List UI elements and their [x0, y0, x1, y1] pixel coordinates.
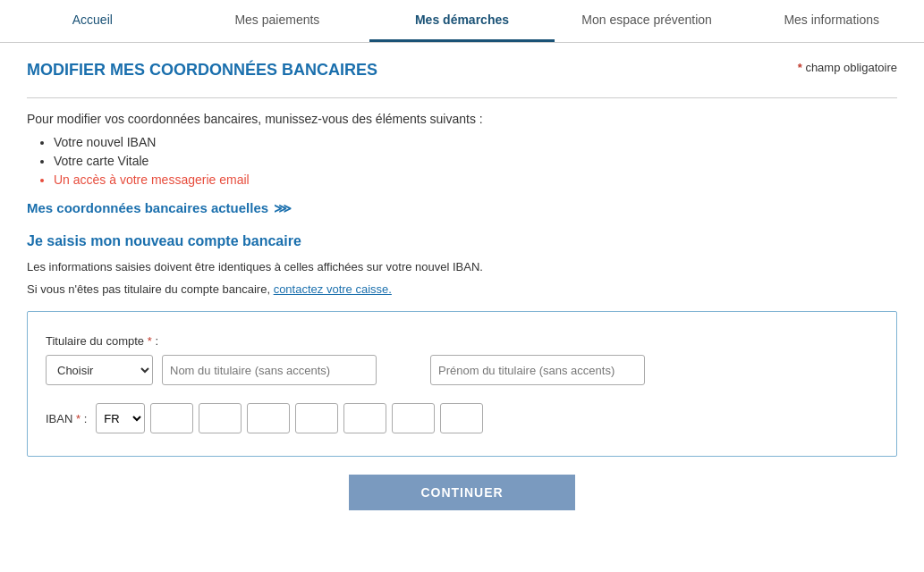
main-content: * champ obligatoire MODIFIER MES COORDON…	[0, 43, 924, 555]
chevron-icon: ⋙	[274, 201, 292, 215]
nav-prevention[interactable]: Mon espace prévention	[555, 0, 740, 42]
nav-accueil[interactable]: Accueil	[0, 0, 185, 42]
iban-seg-2[interactable]	[199, 403, 242, 433]
iban-seg-3[interactable]	[247, 403, 290, 433]
bank-form-box: Titulaire du compte * : Choisir M. Mme I…	[27, 311, 897, 457]
current-bank-label: Mes coordonnées bancaires actuelles	[27, 200, 268, 215]
iban-label: IBAN * :	[46, 412, 87, 425]
iban-seg-6[interactable]	[392, 403, 435, 433]
contact-caisse-link[interactable]: contactez votre caisse.	[274, 282, 392, 296]
main-nav: Accueil Mes paiements Mes démarches Mon …	[0, 0, 924, 43]
info-line1: Les informations saisies doivent être id…	[27, 258, 897, 276]
bullet-email: Un accès à votre messagerie email	[54, 172, 897, 187]
nom-input[interactable]	[162, 355, 377, 385]
bullet-vitale: Votre carte Vitale	[54, 154, 897, 168]
nav-demarches[interactable]: Mes démarches	[369, 0, 555, 42]
iban-seg-7[interactable]	[440, 403, 483, 433]
requirements-list: Votre nouvel IBAN Votre carte Vitale Un …	[27, 135, 897, 187]
bullet-iban: Votre nouvel IBAN	[54, 135, 897, 149]
info-line2: Si vous n'êtes pas titulaire du compte b…	[27, 281, 897, 299]
holder-fields: Choisir M. Mme	[46, 355, 878, 385]
current-bank-section[interactable]: Mes coordonnées bancaires actuelles ⋙	[27, 200, 292, 215]
page-title: MODIFIER MES COORDONNÉES BANCAIRES	[27, 61, 897, 80]
iban-seg-5[interactable]	[343, 403, 386, 433]
prenom-input[interactable]	[430, 355, 645, 385]
iban-seg-4[interactable]	[295, 403, 338, 433]
nav-informations[interactable]: Mes informations	[739, 0, 924, 42]
iban-country-select[interactable]: FR DE ES IT	[96, 403, 145, 433]
iban-seg-1[interactable]	[150, 403, 193, 433]
iban-required-star: *	[76, 412, 81, 425]
iban-row-wrapper: IBAN * : FR DE ES IT	[46, 403, 878, 433]
intro-text: Pour modifier vos coordonnées bancaires,…	[27, 112, 897, 126]
info-line2-prefix: Si vous n'êtes pas titulaire du compte b…	[27, 282, 274, 296]
holder-row: Titulaire du compte * : Choisir M. Mme	[46, 334, 878, 385]
holder-label: Titulaire du compte * :	[46, 334, 878, 348]
new-account-title: Je saisis mon nouveau compte bancaire	[27, 233, 897, 249]
nav-paiements[interactable]: Mes paiements	[185, 0, 370, 42]
holder-required-star: *	[148, 334, 152, 348]
btn-container: CONTINUER	[27, 475, 897, 510]
iban-row: IBAN * : FR DE ES IT	[46, 403, 878, 433]
civilite-select[interactable]: Choisir M. Mme	[46, 355, 153, 385]
separator	[27, 97, 897, 98]
continue-button[interactable]: CONTINUER	[349, 475, 574, 510]
required-note: * champ obligatoire	[798, 61, 897, 74]
